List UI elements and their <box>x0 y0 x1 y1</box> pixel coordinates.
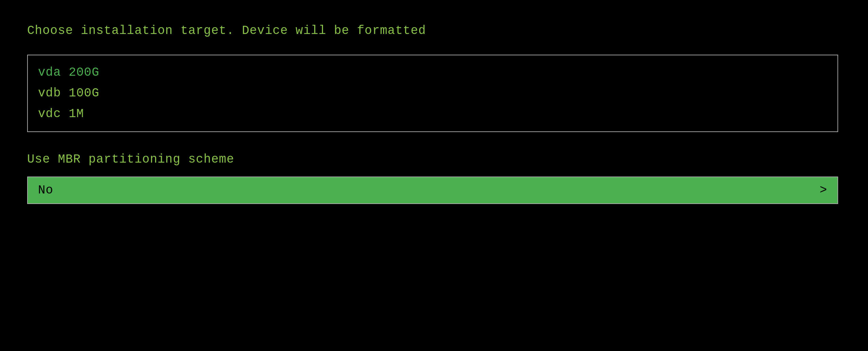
device-item-vda[interactable]: vda 200G <box>38 62 827 83</box>
page-title: Choose installation target. Device will … <box>27 24 841 38</box>
installer-screen: Choose installation target. Device will … <box>0 0 868 351</box>
dropdown-selected-value[interactable]: No > <box>28 177 837 203</box>
device-list[interactable]: vda 200G vdb 100G vdc 1M <box>27 55 838 132</box>
chevron-right-icon: > <box>819 183 827 197</box>
device-item-vdc[interactable]: vdc 1M <box>38 104 827 124</box>
dropdown-value-text: No <box>38 183 53 197</box>
partitioning-label: Use MBR partitioning scheme <box>27 152 841 166</box>
partitioning-dropdown[interactable]: No > <box>27 177 838 204</box>
device-item-vdb[interactable]: vdb 100G <box>38 83 827 104</box>
